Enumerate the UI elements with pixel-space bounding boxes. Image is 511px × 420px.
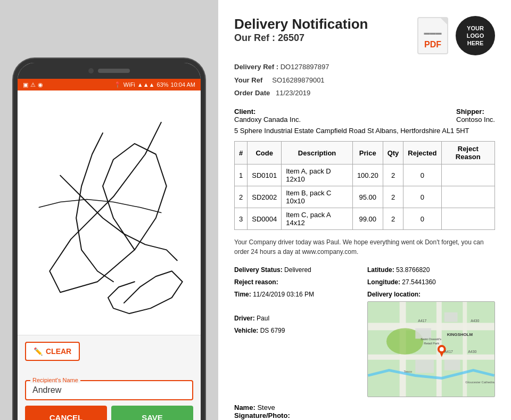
delivery-status-value: Delivered	[284, 266, 311, 274]
col-rejected: Rejected	[403, 142, 441, 164]
delivery-right: Latitude: 53.8766820 Longitude: 27.54413…	[367, 264, 495, 397]
shipper-label: Shipper:	[456, 108, 484, 116]
svg-rect-10	[444, 360, 460, 370]
logo-line2: LOGO	[467, 32, 484, 39]
row2-price: 95.00	[352, 186, 383, 208]
row3-num: 3	[235, 208, 248, 230]
phone-frame: ▣ ⚠ ◉ 📍 WiFi ▲▲▲ 63% 10:04 AM	[13, 59, 205, 420]
col-code: Code	[248, 142, 282, 164]
driver-value: Paul	[257, 315, 269, 322]
svg-text:Retail Park: Retail Park	[424, 342, 439, 345]
svg-text:A417: A417	[418, 319, 426, 323]
doc-header: Delivery Notification Our Ref : 26507 ▬▬…	[234, 16, 495, 55]
delivery-ref-label: Delivery Ref :	[234, 63, 278, 71]
row3-price: 99.00	[352, 208, 383, 230]
row1-desc: Item A, pack D 12x10	[282, 164, 353, 186]
order-date-label: Order Date	[234, 89, 270, 97]
longitude-value: 27.5441360	[402, 278, 435, 286]
clear-button[interactable]: ✏️ CLEAR	[25, 342, 80, 361]
col-price: Price	[352, 142, 383, 164]
your-ref-label: Your Ref	[234, 76, 262, 84]
location-pin-icon: 📍	[114, 81, 121, 88]
row1-qty: 2	[383, 164, 403, 186]
shipper-block: Shipper: Contoso Inc.	[456, 108, 495, 123]
cancel-button[interactable]: CANCEL	[25, 406, 107, 420]
signer-name-value: Steve	[257, 403, 275, 411]
note-text: Your Company driver today was Paul. We h…	[234, 237, 495, 257]
svg-point-13	[440, 347, 444, 351]
longitude-label: Longitude:	[367, 278, 400, 286]
phone-camera	[88, 68, 94, 73]
vehicle-row: Vehicle: DS 6799	[234, 325, 314, 337]
pdf-doc-lines: ▬▬▬	[424, 29, 442, 36]
your-ref-value: SO16289879001	[272, 76, 324, 84]
svg-text:A430: A430	[468, 350, 476, 353]
svg-text:Tesco: Tesco	[404, 370, 413, 374]
delivery-location-label: Delivery location:	[367, 291, 421, 298]
signer-name-row: Name: Steve	[234, 403, 495, 411]
time-label: Time:	[234, 291, 251, 298]
shipper-name: Contoso Inc.	[456, 116, 495, 123]
pdf-label: PDF	[424, 40, 441, 50]
signature-canvas[interactable]	[18, 90, 201, 335]
delivery-status-row: Delivery Status: Delivered	[234, 264, 314, 276]
svg-text:A430: A430	[471, 319, 479, 323]
recipient-name-label: Recipient's Name	[30, 377, 80, 383]
action-buttons: CANCEL SAVE	[25, 406, 193, 420]
col-description: Description	[282, 142, 353, 164]
reject-reason-row: Reject reason:	[234, 276, 314, 289]
col-qty: Qty	[383, 142, 403, 164]
logo-line1: YOUR	[467, 24, 484, 32]
status-info: 📍 WiFi ▲▲▲ 63% 10:04 AM	[114, 81, 195, 88]
map-svg: A417 A430 A417 A430 Saint Oswald's Retai…	[368, 302, 494, 397]
clear-label: CLEAR	[46, 347, 71, 356]
table-row: 2 SD2002 Item B, pack C 10x10 95.00 2 0	[235, 186, 495, 208]
notification-icon: ▣	[23, 81, 28, 88]
col-num: #	[235, 142, 248, 164]
row2-reason	[441, 186, 494, 208]
logo-circle: YOUR LOGO HERE	[456, 16, 495, 55]
document-section: Delivery Notification Our Ref : 26507 ▬▬…	[218, 0, 511, 420]
driver-label: Driver:	[234, 315, 255, 322]
client-shipper: Client: Candoxy Canada Inc. Shipper: Con…	[234, 108, 495, 123]
svg-rect-2	[368, 355, 494, 360]
delivery-ref-row: Delivery Ref : DO1278897897	[234, 61, 495, 74]
signer-name-label: Name:	[234, 403, 256, 411]
vehicle-value: DS 6799	[260, 327, 285, 334]
row2-rejected: 0	[403, 186, 441, 208]
row1-num: 1	[235, 164, 248, 186]
table-header-row: # Code Description Price Qty Rejected Re…	[235, 142, 495, 164]
eraser-icon: ✏️	[34, 347, 43, 356]
longitude-row: Longitude: 27.5441360	[367, 276, 495, 289]
save-button[interactable]: SAVE	[111, 406, 193, 420]
name-sig-section: Name: Steve Signature/Photo:	[234, 403, 495, 420]
latitude-value: 53.8766820	[396, 266, 430, 274]
row1-code: SD0101	[248, 164, 282, 186]
ref-label: Our Ref :	[234, 32, 275, 43]
signal-icon: ▲▲▲	[137, 81, 155, 88]
name-field-row: Recipient's Name	[25, 370, 193, 400]
delivery-info: Delivery Status: Delivered Reject reason…	[234, 264, 495, 397]
header-icons: ▬▬▬ PDF YOUR LOGO HERE	[417, 16, 495, 55]
delivery-location-label-row: Delivery location:	[367, 289, 495, 301]
row3-qty: 2	[383, 208, 403, 230]
doc-ref: Our Ref : 26507	[234, 32, 368, 44]
phone-top-bar	[18, 63, 201, 79]
location-icon: ◉	[38, 81, 43, 88]
svg-rect-9	[415, 360, 434, 373]
your-ref-row: Your Ref SO16289879001	[234, 74, 495, 87]
row2-qty: 2	[383, 186, 403, 208]
sig-label: Signature/Photo:	[234, 411, 290, 419]
row3-desc: Item C, pack A 14x12	[282, 208, 353, 230]
doc-title: Delivery Notification	[234, 16, 368, 32]
svg-text:Saint Oswald's: Saint Oswald's	[421, 338, 441, 341]
order-date-row: Order Date 11/23/2019	[234, 87, 495, 100]
col-reason: Reject Reason	[441, 142, 494, 164]
signature-svg	[18, 90, 201, 335]
doc-info: Delivery Ref : DO1278897897 Your Ref SO1…	[234, 61, 495, 100]
row1-reason	[441, 164, 494, 186]
row2-code: SD2002	[248, 186, 282, 208]
wifi-icon: WiFi	[123, 81, 135, 88]
svg-text:A417: A417	[444, 350, 453, 353]
pdf-icon[interactable]: ▬▬▬ PDF	[417, 17, 448, 54]
